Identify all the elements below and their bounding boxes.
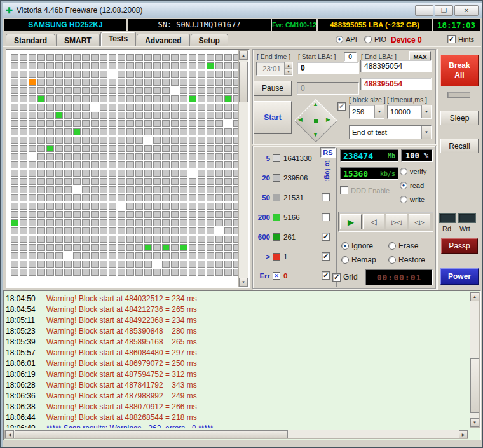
scan-block: [171, 194, 179, 201]
start-lba-mini-box[interactable]: 0: [344, 52, 357, 62]
dropdown-arrow-icon[interactable]: ▼: [374, 105, 384, 118]
passp-button[interactable]: Passp: [441, 238, 478, 254]
write-radio[interactable]: [400, 196, 407, 203]
minimize-button[interactable]: —: [415, 5, 433, 16]
scan-block: [153, 153, 161, 160]
scan-block: [215, 211, 223, 218]
log-time: 18:05:57: [6, 348, 46, 358]
scan-block: [73, 95, 81, 102]
threshold-label: 5: [254, 154, 270, 162]
scroll-up-icon[interactable]: ▲: [470, 292, 479, 301]
scan-scrollbar[interactable]: ▲ ▼: [238, 50, 248, 287]
scan-block: [198, 211, 205, 218]
erase-radio[interactable]: [388, 242, 396, 250]
scan-block: [224, 211, 232, 218]
log-over-checkbox[interactable]: ✓: [322, 252, 330, 261]
sleep-button[interactable]: Sleep: [440, 111, 479, 125]
power-button[interactable]: Power: [440, 268, 479, 285]
dpad-up-icon[interactable]: ▲: [313, 101, 318, 107]
block-size-select[interactable]: 256 ▼: [349, 105, 384, 119]
end-action-select[interactable]: End of test ▼: [349, 125, 432, 139]
scan-block: [224, 112, 232, 119]
tab-standard[interactable]: Standard: [6, 34, 55, 46]
verify-radio[interactable]: [400, 168, 407, 175]
scan-block: [144, 227, 152, 234]
scan-block: [109, 219, 116, 226]
scan-block: [207, 236, 214, 243]
start-lba-input[interactable]: 0: [297, 62, 359, 74]
scroll-left-icon[interactable]: ◀: [5, 430, 14, 438]
spin-down-icon[interactable]: ▼: [285, 69, 292, 75]
block-count: 1: [283, 253, 287, 261]
spin-up-icon[interactable]: ▲: [285, 62, 292, 69]
dpad-left-icon[interactable]: ◀: [298, 116, 303, 123]
end-lba-input[interactable]: 488395054: [360, 60, 432, 72]
end-time-spinner[interactable]: 23:01 ▲ ▼: [256, 62, 293, 76]
tab-setup[interactable]: Setup: [191, 34, 228, 46]
scroll-thumb[interactable]: [15, 430, 288, 438]
maximize-button[interactable]: ❐: [435, 5, 453, 16]
scan-block: [82, 261, 90, 268]
scan-block: [82, 186, 90, 193]
dropdown-arrow-icon[interactable]: ▼: [421, 105, 431, 118]
scroll-right-icon[interactable]: ▶: [459, 430, 468, 438]
dpad-right-icon[interactable]: ▶: [326, 116, 330, 123]
pio-radio[interactable]: [364, 36, 372, 43]
step-back-button[interactable]: ◁: [363, 214, 384, 229]
tab-smart[interactable]: SMART: [56, 34, 100, 46]
scan-block: [100, 128, 107, 135]
play-button[interactable]: ▶: [340, 214, 362, 229]
scan-block: [29, 161, 36, 168]
jump-back-button[interactable]: ◁▷: [409, 214, 430, 229]
hints-checkbox[interactable]: ✓: [447, 35, 456, 43]
scan-block: [198, 227, 205, 234]
scan-block: [224, 227, 232, 234]
log-200-checkbox[interactable]: [322, 213, 330, 221]
recall-button[interactable]: Recall: [440, 139, 479, 153]
api-radio[interactable]: ●: [336, 36, 343, 43]
log-hscrollbar[interactable]: ◀ ▶: [4, 430, 468, 439]
tab-tests[interactable]: Tests: [100, 32, 136, 46]
start-button[interactable]: Start: [254, 101, 292, 134]
scroll-thumb[interactable]: [470, 358, 479, 413]
ignore-radio[interactable]: ●: [341, 242, 349, 250]
scan-block: [207, 71, 214, 78]
log-message: Warning! Block start at 484922368 = 234 …: [46, 316, 197, 325]
log-600-checkbox[interactable]: ✓: [322, 233, 330, 241]
log-50-checkbox[interactable]: [322, 193, 330, 201]
scan-block: [55, 87, 63, 94]
close-button[interactable]: ✕: [454, 5, 479, 16]
scan-block: [135, 137, 143, 144]
ddd-checkbox[interactable]: [340, 186, 348, 194]
log-entry: 18:06:44Warning! Block start at 48826854…: [6, 412, 466, 423]
break-all-button[interactable]: Break All: [440, 55, 479, 86]
scan-block: [224, 194, 232, 201]
dpad-down-icon[interactable]: ▼: [313, 132, 318, 138]
title-bar[interactable]: ✚ Victoria 4.46b Freeware (12.08.2008) —…: [3, 3, 482, 18]
scan-block: [144, 79, 152, 86]
scan-block: [37, 71, 45, 78]
scan-block: [126, 244, 134, 251]
scan-block: [73, 112, 81, 119]
grid-checkbox[interactable]: ✓: [332, 273, 341, 282]
scan-block: [198, 194, 205, 201]
read-radio[interactable]: ●: [400, 182, 407, 189]
scroll-down-icon[interactable]: ▼: [239, 278, 248, 287]
scroll-down-icon[interactable]: ▼: [470, 418, 479, 427]
log-vscrollbar[interactable]: ▲ ▼: [470, 292, 480, 428]
remap-radio[interactable]: [341, 256, 349, 264]
scroll-up-icon[interactable]: ▲: [239, 51, 248, 60]
timeout-select[interactable]: 10000 ▼: [387, 105, 432, 119]
scan-block: [144, 244, 152, 251]
tab-advanced[interactable]: Advanced: [137, 34, 189, 46]
dropdown-arrow-icon[interactable]: ▼: [421, 126, 431, 139]
pause-button[interactable]: Pause: [254, 81, 292, 96]
restore-radio[interactable]: [388, 256, 396, 264]
scan-block: [55, 112, 63, 119]
jump-forward-button[interactable]: ▷◁: [386, 214, 407, 229]
log-err-checkbox[interactable]: ✓: [322, 271, 330, 280]
dpad[interactable]: ▲ ▼ ◀ ▶: [294, 100, 337, 142]
dpad-checkbox[interactable]: ✓: [337, 102, 346, 111]
scroll-thumb[interactable]: [239, 62, 248, 102]
scan-block: [82, 87, 90, 94]
